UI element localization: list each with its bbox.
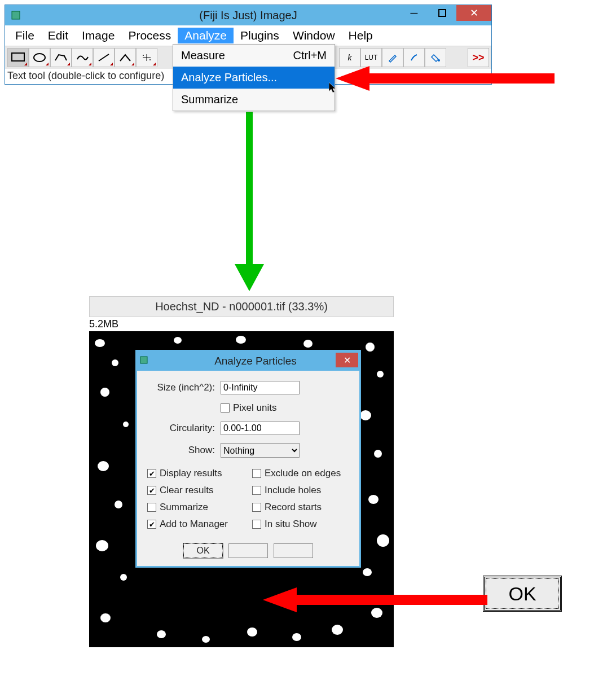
- svg-rect-0: [12, 11, 20, 19]
- red-arrow-annotation: [336, 63, 556, 94]
- svg-marker-14: [263, 587, 487, 612]
- menu-analyze[interactable]: Analyze: [178, 28, 234, 43]
- svg-marker-12: [235, 112, 264, 291]
- minimize-button[interactable]: ─: [400, 5, 428, 21]
- summarize-checkbox[interactable]: [147, 503, 156, 512]
- analyze-dropdown: Measure Ctrl+M Analyze Particles... Summ…: [173, 44, 335, 111]
- close-button[interactable]: ✕: [456, 5, 491, 21]
- image-window-title[interactable]: Hoechst_ND - n000001.tif (33.3%): [89, 296, 394, 317]
- svg-point-3: [34, 54, 45, 62]
- menu-measure-shortcut: Ctrl+M: [293, 49, 327, 62]
- menu-edit[interactable]: Edit: [41, 28, 75, 43]
- svg-line-4: [99, 54, 109, 61]
- menu-summarize-label: Summarize: [181, 93, 238, 106]
- size-input[interactable]: [221, 381, 300, 394]
- cancel-button[interactable]: [228, 543, 268, 558]
- maximize-button[interactable]: [428, 5, 456, 21]
- dialog-close-button[interactable]: ✕: [336, 353, 358, 367]
- menu-measure-label: Measure: [181, 49, 225, 62]
- point-tool[interactable]: [136, 48, 157, 67]
- oval-tool[interactable]: [29, 48, 50, 67]
- in-situ-show-label: In situ Show: [265, 519, 317, 530]
- dialog-titlebar[interactable]: Analyze Particles ✕: [137, 352, 359, 371]
- dialog-body: Size (inch^2): Pixel units Circularity: …: [137, 371, 359, 566]
- in-situ-show-checkbox[interactable]: [252, 520, 261, 529]
- svg-marker-10: [329, 82, 336, 93]
- menu-measure[interactable]: Measure Ctrl+M: [173, 45, 335, 67]
- red-arrow-ok-annotation: [263, 585, 489, 615]
- include-holes-checkbox[interactable]: [252, 486, 261, 495]
- help-button[interactable]: [274, 543, 313, 558]
- svg-point-8: [149, 59, 151, 60]
- ok-callout: OK: [483, 576, 562, 612]
- record-starts-checkbox[interactable]: [252, 503, 261, 512]
- clear-results-label: Clear results: [160, 485, 213, 496]
- polygon-tool[interactable]: [50, 48, 72, 67]
- exclude-edges-label: Exclude on edges: [265, 468, 341, 479]
- menu-image[interactable]: Image: [75, 28, 121, 43]
- menu-plugins[interactable]: Plugins: [234, 28, 286, 43]
- show-select[interactable]: Nothing: [221, 443, 300, 458]
- menu-help[interactable]: Help: [342, 28, 380, 43]
- display-results-label: Display results: [160, 468, 222, 479]
- add-to-manager-label: Add to Manager: [160, 519, 228, 530]
- menu-window[interactable]: Window: [286, 28, 342, 43]
- green-arrow-annotation: [234, 112, 265, 292]
- display-results-checkbox[interactable]: [147, 469, 156, 478]
- menu-file[interactable]: File: [8, 28, 41, 43]
- size-label: Size (inch^2):: [147, 382, 221, 393]
- window-controls: ─ ✕: [400, 5, 491, 25]
- svg-rect-1: [439, 10, 446, 16]
- image-size-text: 5.2MB: [89, 317, 394, 331]
- summarize-label: Summarize: [160, 502, 208, 513]
- svg-point-9: [438, 59, 440, 62]
- pixel-units-label: Pixel units: [233, 402, 276, 414]
- menu-analyze-particles-label: Analyze Particles...: [181, 71, 277, 84]
- freehand-tool[interactable]: [72, 48, 93, 67]
- svg-point-7: [143, 55, 144, 56]
- circularity-input[interactable]: [221, 422, 300, 435]
- svg-rect-2: [12, 53, 24, 61]
- menu-analyze-particles[interactable]: Analyze Particles...: [173, 67, 335, 89]
- record-starts-label: Record starts: [265, 502, 322, 513]
- dialog-title: Analyze Particles: [152, 355, 359, 367]
- include-holes-label: Include holes: [265, 485, 321, 496]
- circularity-label: Circularity:: [147, 423, 221, 434]
- pixel-units-checkbox[interactable]: [221, 403, 230, 412]
- menu-process[interactable]: Process: [121, 28, 178, 43]
- titlebar[interactable]: (Fiji Is Just) ImageJ ─ ✕: [5, 5, 491, 25]
- line-tool[interactable]: [93, 48, 115, 67]
- dialog-icon: [139, 356, 152, 367]
- cursor-icon: [329, 82, 338, 94]
- clear-results-checkbox[interactable]: [147, 486, 156, 495]
- app-icon: [10, 9, 22, 21]
- menubar: File Edit Image Process Analyze Plugins …: [5, 25, 491, 46]
- angle-tool[interactable]: [115, 48, 136, 67]
- add-to-manager-checkbox[interactable]: [147, 520, 156, 529]
- show-label: Show:: [147, 445, 221, 456]
- menu-summarize[interactable]: Summarize: [173, 89, 335, 111]
- analyze-particles-dialog: Analyze Particles ✕ Size (inch^2): Pixel…: [135, 350, 361, 568]
- exclude-edges-checkbox[interactable]: [252, 469, 261, 478]
- svg-rect-13: [140, 357, 147, 363]
- ok-button[interactable]: OK: [183, 543, 223, 558]
- svg-marker-11: [336, 66, 555, 91]
- rectangle-tool[interactable]: [7, 48, 29, 67]
